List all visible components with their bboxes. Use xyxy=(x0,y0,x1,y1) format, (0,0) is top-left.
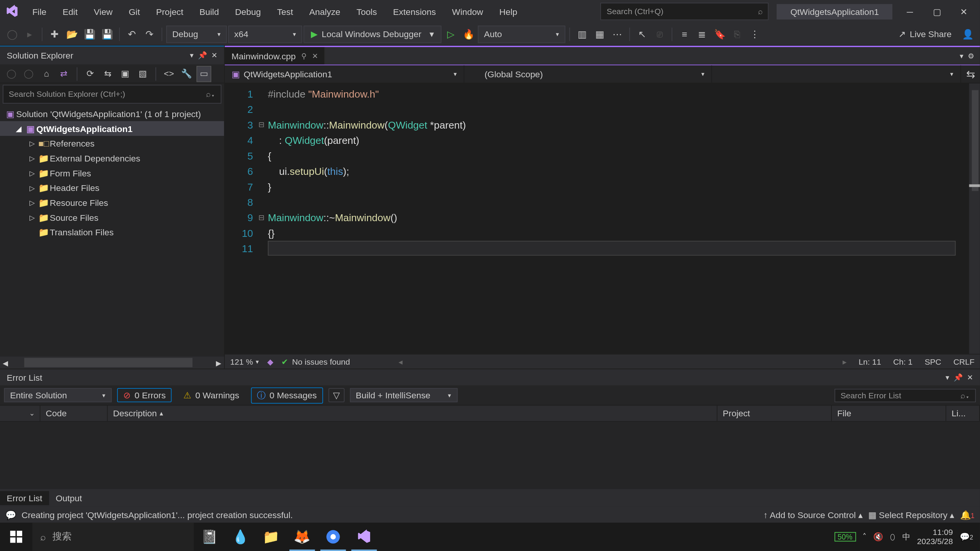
chevron-right-icon[interactable]: ▷ xyxy=(27,169,38,176)
bookmark-btn[interactable]: 🔖 xyxy=(711,26,727,42)
zoom-level[interactable]: 121 %▾ xyxy=(230,357,259,367)
menu-file[interactable]: File xyxy=(24,4,54,19)
nav-split-icon[interactable]: ⇆ xyxy=(961,65,980,83)
menu-git[interactable]: Git xyxy=(121,4,148,19)
error-list-search[interactable]: Search Error List⌕▾ xyxy=(835,388,976,402)
nav-project-combo[interactable]: ▣QtWidgetsApplication1▾ xyxy=(225,65,464,83)
se-switch-button[interactable]: ⇄ xyxy=(57,65,72,82)
start-without-debugging-button[interactable]: ▷ xyxy=(443,26,459,42)
menu-window[interactable]: Window xyxy=(444,4,491,19)
hscroll-right-icon[interactable]: ▸ xyxy=(843,357,847,367)
taskbar-file-explorer[interactable]: 📁 xyxy=(256,523,287,551)
col-icon[interactable]: ⌄ xyxy=(0,406,40,421)
tab-settings-icon[interactable]: ⚙ xyxy=(968,51,975,60)
auto-combo[interactable]: Auto▾ xyxy=(478,25,565,43)
network-icon[interactable]: ⬯ xyxy=(890,532,895,542)
redo-button[interactable]: ↷ xyxy=(141,26,157,42)
battery-indicator[interactable]: 50% xyxy=(834,532,856,542)
col-line[interactable]: Li... xyxy=(946,406,980,421)
column-indicator[interactable]: Ch: 1 xyxy=(893,357,912,367)
taskbar-visual-studio[interactable] xyxy=(349,523,380,551)
se-home-button[interactable]: ⌂ xyxy=(39,65,54,82)
add-source-control-button[interactable]: ↑ Add to Source Control ▴ xyxy=(763,510,863,520)
line-indicator[interactable]: Ln: 11 xyxy=(859,357,881,367)
platform-combo[interactable]: x64▾ xyxy=(228,25,302,43)
se-collapse-button[interactable]: ▧ xyxy=(135,65,150,82)
col-project[interactable]: Project xyxy=(717,406,832,421)
toolbar-btn-3[interactable]: ⋯ xyxy=(609,26,625,42)
error-source-combo[interactable]: Build + IntelliSense▾ xyxy=(350,388,457,402)
chevron-right-icon[interactable]: ▷ xyxy=(27,140,38,147)
se-properties-button[interactable]: 🔧 xyxy=(179,65,194,82)
eol-indicator[interactable]: CRLF xyxy=(953,357,974,367)
nav-back-button[interactable]: ◯ xyxy=(4,26,20,42)
menu-view[interactable]: View xyxy=(86,4,121,19)
menu-tools[interactable]: Tools xyxy=(348,4,385,19)
chevron-right-icon[interactable]: ▷ xyxy=(27,184,38,191)
hot-reload-button[interactable]: 🔥 xyxy=(461,26,477,42)
panel-dropdown-icon[interactable]: ▾ xyxy=(946,373,950,382)
taskbar-firefox[interactable]: 🦊 xyxy=(287,523,318,551)
panel-dropdown-icon[interactable]: ▾ xyxy=(190,51,194,60)
menu-test[interactable]: Test xyxy=(269,4,301,19)
hscroll-left-icon[interactable]: ◂ xyxy=(399,357,403,367)
panel-close-icon[interactable]: ✕ xyxy=(967,373,973,382)
se-sync-button[interactable]: ⇆ xyxy=(100,65,115,82)
taskbar-app-1[interactable]: 📓 xyxy=(194,523,225,551)
chevron-right-icon[interactable]: ▷ xyxy=(27,199,38,206)
se-filter-button[interactable]: ⟳ xyxy=(83,65,98,82)
panel-close-icon[interactable]: ✕ xyxy=(211,51,217,60)
se-code-button[interactable]: <> xyxy=(162,65,176,82)
se-preview-button[interactable]: ▭ xyxy=(196,65,211,82)
solution-root-node[interactable]: ▣Solution 'QtWidgetsApplication1' (1 of … xyxy=(0,106,224,121)
editor-tab-mainwindow[interactable]: Mainwindow.cpp⚲✕ xyxy=(225,47,325,65)
project-node[interactable]: ◢▣QtWidgetsApplication1 xyxy=(0,121,224,136)
taskbar-chrome[interactable] xyxy=(318,523,349,551)
menu-help[interactable]: Help xyxy=(491,4,525,19)
filter-codes-button[interactable]: ▽ xyxy=(328,388,344,402)
configuration-combo[interactable]: Debug▾ xyxy=(166,25,227,43)
notifications-button[interactable]: 🔔1 xyxy=(960,510,975,520)
outdent-btn[interactable]: ≣ xyxy=(694,26,710,42)
solution-tree[interactable]: ▣Solution 'QtWidgetsApplication1' (1 of … xyxy=(0,105,224,356)
menu-analyze[interactable]: Analyze xyxy=(301,4,348,19)
tree-folder-translation-files[interactable]: 📁Translation Files xyxy=(0,225,224,240)
account-button[interactable]: 👤 xyxy=(960,26,976,42)
se-back-button[interactable]: ◯ xyxy=(4,65,19,82)
tab-overflow-icon[interactable]: ▾ xyxy=(960,51,964,60)
close-icon[interactable]: ✕ xyxy=(312,51,318,60)
live-share-button[interactable]: ↗Live Share xyxy=(892,29,958,39)
indent-btn[interactable]: ≡ xyxy=(676,26,693,42)
clock[interactable]: 11:092023/5/28 xyxy=(917,527,953,546)
window-close-button[interactable]: ✕ xyxy=(950,2,977,22)
toolbar-btn-2[interactable]: ▦ xyxy=(592,26,608,42)
tab-output[interactable]: Output xyxy=(49,491,89,505)
toolbar-btn-4[interactable]: ⎚ xyxy=(652,26,668,42)
comment-btn[interactable]: ⎘ xyxy=(729,26,745,42)
notifications-icon[interactable]: 💬2 xyxy=(960,532,973,542)
tree-folder-resource-files[interactable]: ▷📁Resource Files xyxy=(0,195,224,210)
menu-project[interactable]: Project xyxy=(148,4,191,19)
open-file-button[interactable]: 📂 xyxy=(64,26,80,42)
uncomment-btn[interactable]: ⋮ xyxy=(746,26,763,42)
col-description[interactable]: Description▴ xyxy=(108,406,717,421)
messages-filter-button[interactable]: ⓘ0 Messages xyxy=(251,387,323,403)
chevron-down-icon[interactable]: ◢ xyxy=(13,125,24,132)
se-fwd-button[interactable]: ◯ xyxy=(21,65,36,82)
menu-build[interactable]: Build xyxy=(191,4,227,19)
nav-scope-combo[interactable]: (Global Scope)▾ xyxy=(464,65,712,83)
menubar-search-input[interactable]: Search (Ctrl+Q)⌕ xyxy=(601,3,769,20)
editor-vscrollbar[interactable] xyxy=(969,83,980,354)
tab-error-list[interactable]: Error List xyxy=(0,491,49,505)
tree-folder-form-files[interactable]: ▷📁Form Files xyxy=(0,165,224,180)
tree-folder-source-files[interactable]: ▷📁Source Files xyxy=(0,210,224,225)
errors-filter-button[interactable]: ⊘0 Errors xyxy=(117,388,172,402)
menu-edit[interactable]: Edit xyxy=(54,4,86,19)
menu-extensions[interactable]: Extensions xyxy=(385,4,444,19)
issues-status[interactable]: ✔No issues found xyxy=(281,357,350,367)
col-file[interactable]: File xyxy=(832,406,946,421)
window-maximize-button[interactable]: ▢ xyxy=(923,2,950,22)
start-button[interactable] xyxy=(0,523,32,551)
taskbar-app-2[interactable]: 💧 xyxy=(225,523,256,551)
code-editor[interactable]: 1234567891011 ⊟ ⊟ #include "Mainwindow.h… xyxy=(225,83,980,354)
